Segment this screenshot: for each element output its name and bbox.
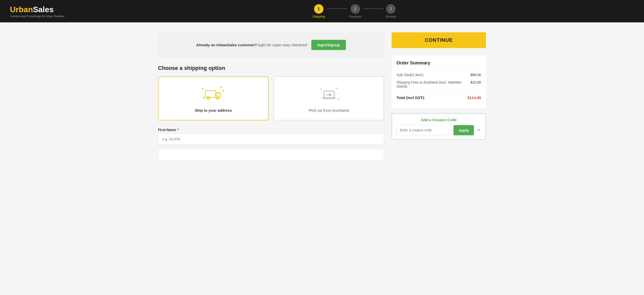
first-name-input[interactable]: [158, 133, 384, 145]
plus-deco-1: +: [202, 86, 204, 92]
logo: UrbanSales Furniture and Furnishings for…: [10, 5, 64, 18]
continue-button[interactable]: CONTINUE: [392, 32, 486, 48]
login-brand-text: Already an UrbanSales customer?: [196, 43, 257, 47]
right-panel: CONTINUE Order Summary Sub-Total(1 item)…: [392, 32, 486, 164]
step-shipping: 1 Shipping: [312, 4, 325, 19]
svg-rect-10: [323, 98, 335, 99]
plus-gray-3: +: [337, 97, 340, 102]
shipping-option-pickup[interactable]: + + + Pick up from Auckland: [274, 76, 384, 120]
svg-rect-2: [216, 93, 219, 95]
subtotal-row: Sub-Total(1 item): $99.00: [396, 73, 481, 77]
order-summary-title: Order Summary: [396, 61, 481, 69]
svg-point-6: [217, 98, 218, 99]
total-label: Total (incl GST):: [396, 96, 468, 100]
first-name-label: First Name *: [158, 128, 384, 132]
step-label-review: Review: [385, 15, 396, 19]
login-signup-button[interactable]: login/Signup: [311, 40, 346, 50]
shipping-option-ship[interactable]: + + + +: [158, 76, 268, 120]
checkout-steps: 1 Shipping 2 Payment 3 Review: [74, 4, 634, 19]
pickup-icon-container: + + +: [316, 84, 342, 104]
first-name-group: First Name *: [158, 128, 384, 145]
step-circle-1: 1: [314, 4, 324, 14]
coupon-input-row: Apply ✕: [396, 125, 482, 135]
step-circle-2: 2: [350, 4, 360, 14]
order-summary: Order Summary Sub-Total(1 item): $99.00 …: [392, 56, 486, 108]
login-banner: Already an UrbanSales customer? login fo…: [158, 32, 384, 58]
ship-address-label: Ship to your address: [195, 108, 232, 112]
required-marker: *: [178, 128, 179, 132]
shipping-fee-label: Shipping Fees to Auckland (excl. Waiheke…: [396, 80, 470, 88]
shipping-section-title: Choose a shipping option: [158, 65, 384, 71]
step-review: 3 Review: [385, 4, 396, 19]
shipping-fee-value: $15.00: [470, 80, 481, 84]
step-line-1: [327, 9, 347, 9]
coupon-input[interactable]: [396, 125, 452, 135]
login-prompt-text: Already an UrbanSales customer? login fo…: [196, 43, 308, 47]
step-circle-3: 3: [386, 4, 396, 14]
total-row: Total (incl GST): $114.00: [396, 92, 481, 100]
pickup-label: Pick up from Auckland: [309, 108, 349, 112]
step-payment: 2 Payment: [349, 4, 362, 19]
site-header: UrbanSales Furniture and Furnishings for…: [0, 0, 644, 22]
logo-tagline: Furniture and Furnishings for Urban Dwel…: [10, 15, 64, 18]
logo-urban: Urban: [10, 5, 33, 14]
plus-deco-3: +: [202, 96, 205, 101]
logo-sales: Sales: [33, 5, 54, 14]
coupon-section: Add a Coupon Code Apply ✕: [392, 113, 486, 140]
truck-icon-container: + + + +: [201, 84, 226, 104]
svg-rect-0: [205, 91, 216, 98]
step-line-2: [364, 9, 383, 9]
step-label-shipping: Shipping: [312, 15, 325, 19]
shipping-options-container: + + + +: [158, 76, 384, 120]
main-content: Already an UrbanSales customer? login fo…: [148, 22, 496, 174]
subtotal-label: Sub-Total(1 item):: [396, 73, 470, 77]
shipping-fee-row: Shipping Fees to Auckland (excl. Waiheke…: [396, 80, 481, 88]
plus-deco-2: +: [220, 85, 222, 90]
login-subtext: login for super easy checkout!: [257, 43, 307, 47]
total-value: $114.00: [468, 96, 481, 100]
apply-coupon-button[interactable]: Apply: [454, 125, 474, 135]
plus-gray-1: +: [320, 87, 323, 92]
plus-gray-2: +: [336, 86, 338, 91]
plus-deco-4: +: [222, 88, 225, 94]
close-coupon-button[interactable]: ✕: [476, 126, 482, 134]
second-field-input[interactable]: [158, 149, 384, 160]
subtotal-value: $99.00: [470, 73, 481, 77]
first-name-label-text: First Name: [158, 128, 176, 132]
coupon-title: Add a Coupon Code: [396, 118, 482, 122]
step-label-payment: Payment: [349, 15, 362, 19]
pickup-icon: [320, 88, 338, 101]
second-field-group: [158, 149, 384, 160]
left-panel: Already an UrbanSales customer? login fo…: [158, 32, 384, 164]
svg-point-4: [208, 98, 209, 99]
